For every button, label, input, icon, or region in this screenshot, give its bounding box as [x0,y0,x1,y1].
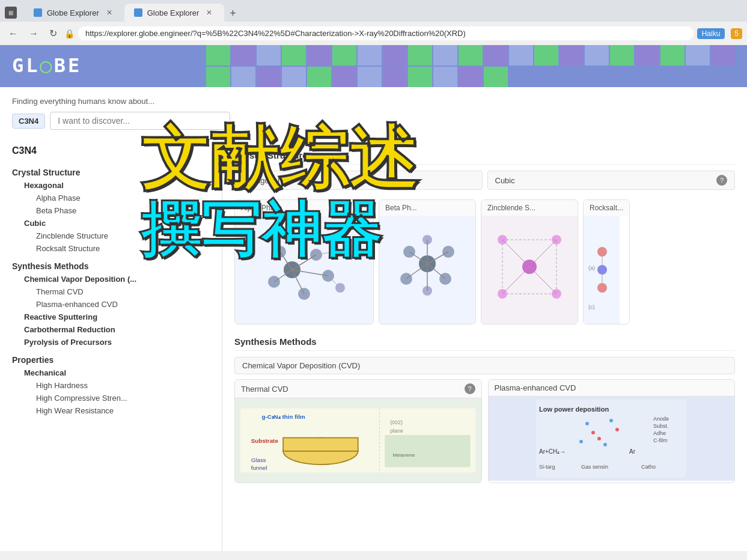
cvd-bar[interactable]: Chemical Vapor Deposition (CVD) [234,357,735,374]
lock-icon: 🔒 [64,29,75,38]
svg-text:Anode: Anode [653,416,669,422]
thermal-cvd-title: Thermal CVD [241,385,288,394]
tab-2-label: Globe Explorer [147,8,200,17]
globe-logo: GL◯BE [0,45,747,86]
sidebar-item-high-hardness[interactable]: High Hardness [0,379,222,392]
sidebar-item-carbothermal[interactable]: Carbothermal Reduction [0,323,222,336]
alpha-phase-image [235,216,373,324]
svg-text:(002): (002) [390,419,403,425]
search-tag: C3N4 [12,114,45,129]
rocksalt-image: (a) (c) [584,216,620,324]
svg-text:funnel: funnel [251,464,267,471]
tab-1[interactable]: Globe Explorer ✕ [24,4,124,22]
svg-point-70 [603,443,607,446]
plasma-cvd-title: Plasma-enhanced CVD [495,383,576,392]
thermal-cvd-card: Thermal CVD ? Substrate [234,379,482,483]
plasma-cvd-image: Low power deposition Anode Subst. Adhe C… [489,397,735,481]
zincblende-title: Zincblende S... [481,200,578,216]
tab-1-close[interactable]: ✕ [104,7,115,18]
synthesis-methods-header: Synthesis Methods [234,332,735,351]
beta-phase-card: Beta Ph... [379,199,476,324]
alpha-phase-card: Alpha Phase [234,199,374,324]
sidebar-item-properties[interactable]: Properties [0,353,222,367]
alpha-phase-title: Alpha Phase [235,200,373,216]
plasma-cvd-card: Plasma-enhanced CVD Low power deposition… [488,379,736,483]
sidebar-title: C3N4 [0,145,222,161]
sidebar-item-beta-phase[interactable]: Beta Phase [0,204,222,217]
sidebar-item-alpha-phase[interactable]: Alpha Phase [0,192,222,204]
sidebar-item-synthesis-methods[interactable]: Synthesis Methods [0,260,222,273]
sidebar: C3N4 Crystal Structure Hexagonal Alpha P… [0,136,222,551]
content-area: Crystal Structure Hexagonal Cubic ? Alp [222,136,747,551]
sidebar-item-high-wear[interactable]: High Wear Resistance [0,404,222,417]
svg-text:Catho: Catho [641,464,656,470]
svg-point-69 [591,431,595,434]
zincblende-card: Zincblende S... [481,199,578,324]
beta-phase-image [379,216,475,324]
tab-1-icon [34,8,42,17]
svg-text:Adhe: Adhe [653,430,666,436]
sidebar-item-hexagonal[interactable]: Hexagonal [0,179,222,192]
sidebar-item-crystal-structure[interactable]: Crystal Structure [0,166,222,179]
svg-text:Subst.: Subst. [653,423,669,429]
hexagonal-bar[interactable]: Hexagonal [234,171,483,190]
sidebar-item-cvd[interactable]: Chemical Vapor Deposition (... [0,273,222,285]
rocksalt-card: Rocksalt... (a) (c) [583,199,630,324]
haiku-count: 5 [731,28,742,39]
cubic-label: Cubic [495,176,515,185]
svg-point-73 [597,437,601,440]
svg-rect-55 [385,435,470,467]
back-button[interactable]: ← [5,26,22,41]
svg-point-68 [579,440,583,443]
svg-point-41 [597,283,607,293]
svg-point-39 [597,247,607,257]
zincblende-image [481,216,578,324]
svg-text:Gas sensin: Gas sensin [581,464,608,470]
sidebar-item-reactive-sputtering[interactable]: Reactive Sputtering [0,311,222,323]
thermal-cvd-image: Substrate g-C₃N₄ thin film Glass funnel … [235,398,481,482]
svg-text:C-film: C-film [653,437,668,443]
svg-text:Low power deposition: Low power deposition [539,406,609,413]
cubic-bar[interactable]: Cubic ? [487,171,736,190]
svg-line-37 [529,267,556,294]
svg-text:Si-targ: Si-targ [539,464,555,470]
beta-phase-title: Beta Ph... [379,200,475,216]
address-bar[interactable] [78,26,694,40]
new-tab-button[interactable]: + [224,5,241,22]
search-input[interactable] [50,112,230,130]
svg-text:(a): (a) [588,265,595,271]
svg-line-36 [502,267,529,294]
tab-2[interactable]: Globe Explorer ✕ [124,4,225,22]
haiku-label: Haiku [697,28,725,39]
svg-rect-47 [283,438,358,451]
svg-text:(c): (c) [588,304,595,310]
reload-button[interactable]: ↻ [46,25,61,41]
svg-text:Substrate: Substrate [251,437,279,444]
sidebar-item-high-compressive[interactable]: High Compressive Stren... [0,392,222,404]
sidebar-item-zincblende[interactable]: Zincblende Structure [0,230,222,242]
search-tagline: Finding everything humans know about... [12,97,735,106]
svg-text:plane: plane [390,428,403,434]
svg-text:g-C₃N₄ thin film: g-C₃N₄ thin film [262,413,305,420]
tab-1-label: Globe Explorer [47,8,99,17]
sidebar-item-plasma-cvd[interactable]: Plasma-enhanced CVD [0,298,222,311]
sidebar-item-cubic[interactable]: Cubic [0,217,222,230]
forward-button[interactable]: → [25,26,42,41]
cubic-help-icon[interactable]: ? [716,175,727,186]
svg-text:Ar: Ar [629,448,636,455]
sidebar-item-thermal-cvd[interactable]: Thermal CVD [0,285,222,298]
svg-text:Ar+CH₄→: Ar+CH₄→ [539,448,566,455]
tab-2-icon [134,8,142,17]
svg-point-71 [615,428,619,431]
svg-text:Glass: Glass [251,457,266,463]
browser-icon: ⊞ [5,7,17,19]
sidebar-item-mechanical[interactable]: Mechanical [0,367,222,379]
tab-2-close[interactable]: ✕ [204,7,215,18]
rocksalt-title: Rocksalt... [584,200,629,216]
thermal-cvd-help[interactable]: ? [465,383,475,394]
sidebar-item-pyrolysis[interactable]: Pyrolysis of Precursors [0,336,222,348]
svg-text:Melamime: Melamime [393,452,415,458]
sidebar-item-rocksalt[interactable]: Rocksalt Structure [0,242,222,255]
crystal-structure-header: Crystal Structure [234,145,735,165]
svg-line-35 [529,240,556,267]
